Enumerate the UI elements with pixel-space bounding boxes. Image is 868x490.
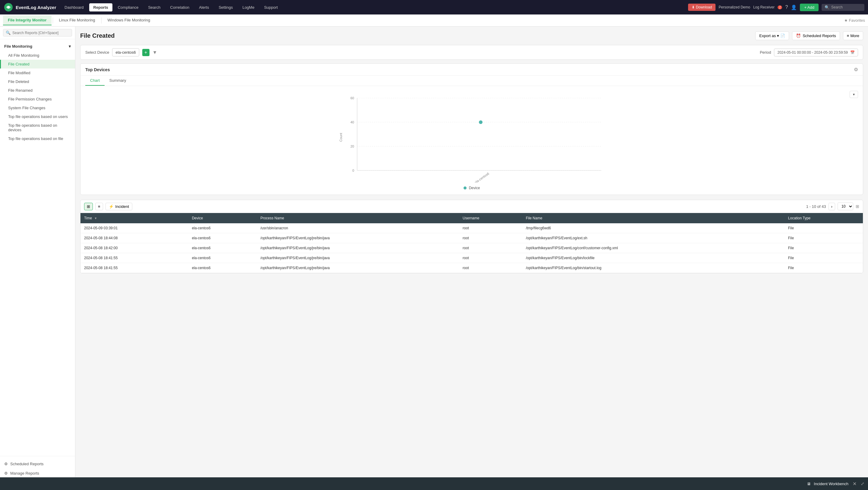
sidebar-item-file-deleted[interactable]: File Deleted <box>0 77 75 86</box>
table-card: ⊞ ≡ ⚡ Incident 1 - 10 of 43 › 10 25 50 <box>80 200 863 273</box>
incident-workbench-bar: 🖥 Incident Workbench ✕ ⤢ <box>0 477 868 490</box>
table-toolbar: ⊞ ≡ ⚡ Incident 1 - 10 of 43 › 10 25 50 <box>81 200 863 213</box>
chart-tab-summary[interactable]: Summary <box>104 76 131 86</box>
per-page-select[interactable]: 10 25 50 <box>838 202 853 210</box>
scheduled-reports-link[interactable]: ⚙ Scheduled Reports <box>0 459 75 468</box>
scheduled-reports-button[interactable]: ⏰ Scheduled Reports <box>792 31 840 40</box>
chart-dropdown[interactable]: ▾ <box>849 91 858 98</box>
nav-logme[interactable]: LogMe <box>238 3 258 11</box>
app-logo: EventLog Analyzer <box>4 2 58 12</box>
add-button[interactable]: + Add <box>800 4 818 11</box>
sidebar-search-input[interactable] <box>12 31 69 35</box>
device-select[interactable]: ela-centos6 <box>112 48 139 56</box>
cell-device: ela-centos6 <box>188 253 257 263</box>
sidebar-search-inner: 🔍 <box>3 29 72 36</box>
cell-username: root <box>459 223 522 233</box>
table-header-row: Time ▼ Device Process Name Username File… <box>81 213 863 223</box>
sidebar-item-all-monitoring[interactable]: All File Monitoring <box>0 51 75 60</box>
sidebar-item-file-renamed[interactable]: File Renamed <box>0 86 75 95</box>
period-label: Period <box>760 50 771 55</box>
incident-workbench-expand-icon[interactable]: ⤢ <box>861 481 864 486</box>
svg-text:0: 0 <box>352 169 354 172</box>
svg-text:Count: Count <box>339 133 343 142</box>
manage-reports-link[interactable]: ⚙ Manage Reports <box>0 468 75 478</box>
device-value: ela-centos6 <box>116 50 135 55</box>
favorites-button[interactable]: ★ Favorites <box>844 18 865 23</box>
sidebar-item-system-file[interactable]: System File Changes <box>0 104 75 112</box>
sidebar-section-header[interactable]: File Monitoring ▾ <box>0 41 75 51</box>
cell-process: /usr/sbin/anacron <box>257 223 459 233</box>
col-location[interactable]: Location Type <box>784 213 863 223</box>
more-button[interactable]: ≡ More <box>843 31 863 40</box>
nav-reports[interactable]: Reports <box>89 3 113 11</box>
svg-point-1 <box>7 6 10 8</box>
period-input[interactable]: 2024-05-01 00:00:00 - 2024-05-30 23:59:5… <box>774 49 858 56</box>
table-row: 2024-05-08 18:44:08 ela-centos6 /opt/kar… <box>81 233 863 243</box>
chart-gear-icon[interactable]: ⚙ <box>854 67 858 73</box>
sort-icon-time: ▼ <box>94 217 97 220</box>
chart-tabs: Chart Summary <box>81 76 863 86</box>
incident-workbench-close-button[interactable]: ✕ <box>851 480 858 488</box>
download-button[interactable]: ⬇ Download <box>688 4 715 11</box>
cell-process: /opt/karthikeyan/FIPS/EventLog/jre/bin/j… <box>257 243 459 253</box>
nav-correlation[interactable]: Correlation <box>166 3 194 11</box>
sub-navigation: File Integrity Monitor Linux File Monito… <box>0 15 868 27</box>
device-add-button[interactable]: + <box>142 49 150 56</box>
col-device[interactable]: Device <box>188 213 257 223</box>
incident-workbench-icon: 🖥 <box>807 482 811 486</box>
nav-dashboard[interactable]: Dashboard <box>60 3 88 11</box>
notification-badge[interactable]: 2 <box>778 5 782 9</box>
user-icon[interactable]: 👤 <box>791 4 797 10</box>
cell-username: root <box>459 253 522 263</box>
nav-search[interactable]: Search <box>144 3 164 11</box>
cell-process: /opt/karthikeyan/FIPS/EventLog/jre/bin/j… <box>257 233 459 243</box>
col-username[interactable]: Username <box>459 213 522 223</box>
table-list-view-button[interactable]: ≡ <box>95 203 103 210</box>
nav-settings[interactable]: Settings <box>214 3 237 11</box>
svg-point-13 <box>479 120 483 124</box>
subnav-fim[interactable]: File Integrity Monitor <box>3 16 52 25</box>
table-grid-view-button[interactable]: ⊞ <box>84 203 93 210</box>
cell-filename: /opt/karthikeyan/FIPS/EventLog/ext.sh <box>522 233 784 243</box>
legend-dot <box>464 186 467 190</box>
chart-tab-chart[interactable]: Chart <box>85 76 104 86</box>
sidebar-item-top-devices[interactable]: Top file operations based on devices <box>0 121 75 134</box>
filter-left: Select Device ela-centos6 + ▼ <box>85 48 157 56</box>
filter-funnel-icon[interactable]: ▼ <box>153 50 157 55</box>
subnav-windows[interactable]: Windows File Monitoring <box>103 16 155 25</box>
col-time[interactable]: Time ▼ <box>81 213 188 223</box>
app-name: EventLog Analyzer <box>16 5 56 10</box>
next-page-button[interactable]: › <box>829 203 835 210</box>
personalized-demo-link[interactable]: Personalized Demo <box>718 5 750 9</box>
sidebar-item-top-file[interactable]: Top file operations based on file <box>0 134 75 143</box>
cell-username: root <box>459 263 522 273</box>
sidebar-item-file-created[interactable]: File Created <box>0 60 75 68</box>
help-icon[interactable]: ? <box>785 4 788 10</box>
subnav-linux[interactable]: Linux File Monitoring <box>54 16 100 25</box>
table-toolbar-right: 1 - 10 of 43 › 10 25 50 ⊞ <box>806 202 859 210</box>
sidebar: 🔍 File Monitoring ▾ All File Monitoring … <box>0 27 75 490</box>
export-button[interactable]: Export as ▾ 📄 <box>755 31 789 40</box>
select-device-label: Select Device <box>85 50 109 55</box>
table-toolbar-left: ⊞ ≡ ⚡ Incident <box>84 203 132 210</box>
nav-alerts[interactable]: Alerts <box>195 3 213 11</box>
search-input-top[interactable] <box>831 5 861 9</box>
cell-time: 2024-05-08 18:41:55 <box>81 263 188 273</box>
sidebar-item-file-modified[interactable]: File Modified <box>0 68 75 77</box>
calendar-icon: 📅 <box>850 50 855 55</box>
incident-workbench-title: Incident Workbench <box>814 482 848 486</box>
chevron-down-icon: ▾ <box>69 44 71 49</box>
sidebar-item-file-permission[interactable]: File Permission Changes <box>0 95 75 104</box>
nav-compliance[interactable]: Compliance <box>114 3 143 11</box>
more-icon: ≡ <box>847 33 849 38</box>
nav-support[interactable]: Support <box>260 3 282 11</box>
incident-button[interactable]: ⚡ Incident <box>105 203 133 210</box>
log-receiver-link[interactable]: Log Receiver <box>753 5 775 9</box>
filter-bar: Select Device ela-centos6 + ▼ Period 202… <box>80 45 863 60</box>
col-filename[interactable]: File Name <box>522 213 784 223</box>
content-header: File Created Export as ▾ 📄 ⏰ Scheduled R… <box>80 31 863 40</box>
col-process[interactable]: Process Name <box>257 213 459 223</box>
columns-icon[interactable]: ⊞ <box>856 204 859 209</box>
sidebar-item-top-users[interactable]: Top file operations based on users <box>0 112 75 121</box>
search-box-top[interactable]: 🔍 <box>822 4 864 11</box>
